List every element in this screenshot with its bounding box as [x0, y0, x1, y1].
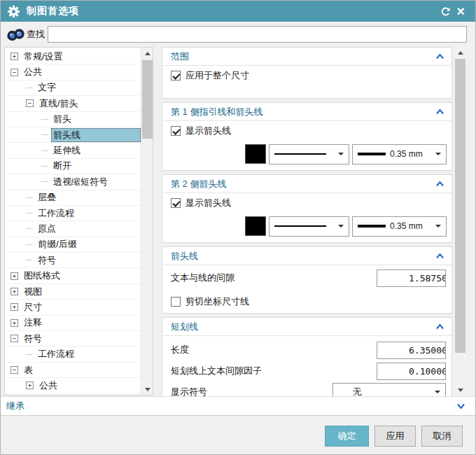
expand-icon[interactable]: + — [10, 272, 18, 280]
line-style-dropdown[interactable] — [269, 216, 349, 237]
text-line-gap-input[interactable] — [377, 270, 446, 287]
tree-item-label: 图纸格式 — [22, 269, 141, 283]
section-side1-header[interactable]: 第 1 侧指引线和箭头线 — [162, 103, 451, 121]
tree-item[interactable]: 透视缩短符号 — [5, 174, 141, 190]
tree-item[interactable]: −公共 — [5, 64, 141, 80]
tree-item[interactable]: +视图 — [5, 284, 141, 300]
apply-entire-dimension-checkbox[interactable] — [171, 71, 181, 80]
clip-ordinate-row: 剪切坐标尺寸线 — [162, 292, 451, 312]
tree-item[interactable]: +注释 — [5, 316, 141, 331]
chevron-up-icon[interactable] — [435, 253, 444, 259]
tree-connector — [26, 354, 32, 355]
tree-item-label: 尺寸 — [22, 300, 141, 314]
tree-item[interactable]: 符号 — [5, 253, 141, 268]
search-label: 查找 — [27, 28, 45, 41]
expand-icon[interactable]: + — [10, 303, 18, 311]
button-bar: 确定 应用 取消 — [1, 416, 475, 455]
section-stub-header[interactable]: 短划线 — [162, 318, 451, 336]
scroll-down-icon[interactable] — [454, 384, 466, 396]
tree-item[interactable]: +尺寸 — [5, 300, 141, 315]
section-range: 范围 应用于整个尺寸 — [162, 47, 452, 99]
tree-item-label: 箭头线 — [51, 128, 141, 142]
section-range-header[interactable]: 范围 — [162, 48, 451, 66]
display-symbol-dropdown[interactable]: 无 — [332, 383, 446, 396]
field-label: 长度 — [171, 344, 189, 356]
line-width-dropdown[interactable]: 0.35 mm — [352, 144, 447, 164]
tree-item[interactable]: 文字 — [5, 80, 141, 96]
checkbox-label: 应用于整个尺寸 — [186, 69, 249, 82]
chevron-up-icon[interactable] — [435, 53, 444, 59]
scroll-down-icon[interactable] — [141, 384, 153, 395]
tree-item[interactable]: 层叠 — [5, 190, 141, 206]
tree-item[interactable]: −直线/箭头 — [5, 96, 141, 111]
collapse-icon[interactable]: − — [10, 366, 18, 374]
display-symbol-value: 无 — [353, 386, 362, 396]
tree-item[interactable]: +图纸格式 — [5, 268, 141, 284]
scroll-up-icon[interactable] — [454, 47, 466, 58]
expand-icon[interactable]: + — [10, 288, 18, 295]
text-gap-factor-input[interactable] — [377, 363, 446, 380]
section-arrowline-header[interactable]: 箭头线 — [162, 247, 451, 265]
chevron-up-icon[interactable] — [435, 108, 444, 115]
line-width-dropdown[interactable]: 0.35 mm — [352, 216, 447, 237]
tree-item[interactable]: 延伸线 — [5, 143, 141, 158]
tree-item-label: 工作流程 — [36, 347, 141, 361]
tree-scrollbar[interactable] — [141, 48, 153, 395]
dropdown-arrow-icon — [435, 153, 441, 155]
field-label: 文本与线的间隙 — [171, 272, 234, 284]
color-swatch[interactable] — [245, 144, 266, 164]
reset-button[interactable] — [438, 4, 453, 19]
expand-icon[interactable]: + — [10, 52, 18, 60]
ok-button[interactable]: 确定 — [325, 426, 369, 447]
collapse-icon[interactable]: − — [10, 69, 18, 76]
tree-connector — [41, 119, 48, 120]
panel-scroll-thumb[interactable] — [455, 59, 465, 353]
tree-connector — [41, 166, 48, 167]
chevron-up-icon[interactable] — [435, 323, 444, 330]
panel-scrollbar[interactable] — [454, 47, 466, 396]
search-input[interactable] — [48, 26, 467, 43]
scroll-up-icon[interactable] — [141, 48, 153, 59]
tree-item[interactable]: 工作流程 — [5, 346, 141, 362]
dropdown-arrow-icon — [435, 391, 440, 393]
tree-item[interactable]: 工作流程 — [5, 206, 141, 221]
tree-item[interactable]: 原点 — [5, 221, 141, 237]
expand-icon[interactable]: + — [26, 382, 34, 389]
line-style-dropdown[interactable] — [269, 144, 349, 164]
tree-connector — [41, 181, 48, 182]
tree-scroll-thumb[interactable] — [142, 60, 153, 139]
expand-icon[interactable]: + — [10, 319, 18, 327]
color-swatch[interactable] — [245, 216, 266, 236]
tree-item[interactable]: +公共 — [5, 378, 141, 393]
chevron-down-icon[interactable] — [456, 403, 465, 410]
collapse-icon[interactable]: − — [26, 99, 34, 107]
chevron-up-icon[interactable] — [435, 181, 444, 187]
collapse-icon[interactable]: − — [10, 335, 18, 342]
gear-icon — [8, 6, 20, 18]
preferences-panel: 范围 应用于整个尺寸 第 1 侧指引线和箭头线 显示箭头线 — [162, 47, 452, 396]
tree-item[interactable]: −表 — [5, 363, 141, 378]
tree-connector — [41, 150, 48, 151]
stub-length-input[interactable] — [377, 342, 446, 359]
close-icon[interactable]: × — [453, 4, 468, 19]
show-arrowline-checkbox[interactable] — [171, 198, 181, 208]
tree-item[interactable]: 箭头线 — [5, 127, 141, 143]
show-arrowline-checkbox[interactable] — [171, 126, 181, 136]
tree-item[interactable]: 断开 — [5, 159, 141, 174]
cancel-button[interactable]: 取消 — [421, 426, 463, 447]
apply-button[interactable]: 应用 — [374, 426, 416, 447]
clip-ordinate-checkbox[interactable] — [171, 297, 181, 307]
tree-item[interactable]: −符号 — [5, 331, 141, 346]
tree-connector — [41, 134, 48, 135]
tree-item[interactable]: +常规/设置 — [5, 49, 141, 64]
inherit-section-header[interactable]: 继承 — [1, 396, 475, 416]
dialog-title: 制图首选项 — [27, 5, 79, 18]
tree-item[interactable]: 箭头 — [5, 112, 141, 127]
section-side2-header[interactable]: 第 2 侧箭头线 — [162, 175, 451, 193]
section-stub: 短划线 长度 短划线上文本间隙因子 显示符号 无 — [162, 317, 452, 396]
tree-item[interactable]: 前缀/后缀 — [5, 237, 141, 253]
section-title: 箭头线 — [171, 250, 198, 262]
tree-item-label: 前缀/后缀 — [36, 237, 141, 251]
tree-item-label: 文字 — [36, 80, 141, 94]
tree-connector — [26, 260, 32, 260]
